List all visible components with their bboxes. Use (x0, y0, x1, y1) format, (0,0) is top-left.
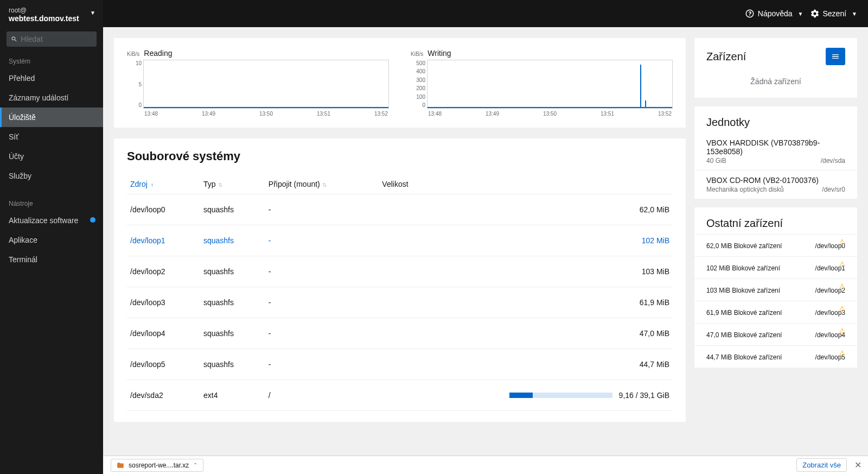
storage-menu-button[interactable] (826, 48, 845, 65)
help-menu[interactable]: Nápověda ▼ (745, 9, 803, 18)
warning-icon: ⚠ (839, 282, 845, 290)
content-scroll[interactable]: KiB/s Reading 1050 13:4813:4913:5013:511… (103, 27, 868, 456)
drives-card: Jednotky VBOX HARDDISK (VB703879b9-153e8… (694, 106, 857, 199)
col-type[interactable]: Typ⇅ (200, 174, 265, 194)
sort-icon: ⇅ (218, 182, 222, 188)
sidebar-item[interactable]: Síť (0, 127, 103, 147)
chart-title: Writing (427, 49, 451, 58)
sidebar-item[interactable]: Služby (0, 166, 103, 186)
sidebar-item[interactable]: Aktualizace software (0, 211, 103, 230)
host-selector[interactable]: root@ webtest.domov.test ▼ (0, 0, 103, 28)
warning-icon: ⚠ (839, 238, 845, 245)
host-user: root@ (9, 7, 94, 14)
warning-icon: ⚠ (839, 349, 845, 357)
charts-card: KiB/s Reading 1050 13:4813:4913:5013:511… (114, 38, 686, 128)
chart-reading: KiB/s Reading 1050 13:4813:4913:5013:511… (127, 49, 389, 117)
sidebar-item[interactable]: Terminál (0, 250, 103, 269)
sidebar-item[interactable]: Záznamy událostí (0, 88, 103, 108)
filesystems-card: Souborové systémy Zdroj↑ Typ⇅ Připojit (… (114, 138, 686, 422)
help-label: Nápověda (758, 9, 793, 18)
other-device-item[interactable]: ⚠61,9 MiB Blokové zařízení/dev/loop3 (694, 301, 857, 323)
download-bar: sosreport-we....tar.xz ⌃ Zobrazit vše ✕ (103, 456, 868, 474)
other-title: Ostatní zařízení (706, 217, 783, 230)
col-size[interactable]: Velikost (379, 174, 673, 194)
warning-icon: ⚠ (839, 305, 845, 312)
drives-title: Jednotky (706, 116, 750, 129)
download-filename: sosreport-we....tar.xz (129, 462, 189, 469)
other-device-item[interactable]: ⚠47,0 MiB Blokové zařízení/dev/loop4 (694, 323, 857, 345)
chart-unit: KiB/s (411, 51, 423, 57)
hamburger-icon (831, 52, 840, 61)
sidebar-item[interactable]: Přehled (0, 68, 103, 88)
other-device-item[interactable]: ⚠102 MiB Blokové zařízení/dev/loop1 (694, 256, 857, 279)
sidebar-group-system: Systém (0, 52, 103, 68)
close-icon[interactable]: ✕ (854, 460, 861, 470)
devices-empty: Žádná zařízení (694, 69, 857, 98)
sidebar-item[interactable]: Aplikace (0, 230, 103, 250)
topbar: Nápověda ▼ Sezení ▼ (103, 0, 868, 27)
host-name: webtest.domov.test (9, 14, 94, 23)
chart-title: Reading (144, 49, 172, 58)
sidebar-group-tools: Nástroje (0, 194, 103, 211)
other-device-item[interactable]: ⚠103 MiB Blokové zařízení/dev/loop2 (694, 279, 857, 301)
other-device-item[interactable]: ⚠62,0 MiB Blokové zařízení/dev/loop0 (694, 234, 857, 256)
download-item[interactable]: sosreport-we....tar.xz ⌃ (111, 459, 203, 472)
chevron-down-icon: ▼ (852, 11, 857, 17)
drive-item[interactable]: VBOX HARDDISK (VB703879b9-153e8058)40 Gi… (694, 133, 857, 170)
filesystems-table: Zdroj↑ Typ⇅ Připojit (mount)⇅ Velikost /… (127, 174, 673, 411)
session-label: Sezení (823, 9, 847, 18)
chart-xticks: 13:4813:4913:5013:5113:52 (427, 111, 673, 117)
sort-icon: ⇅ (322, 182, 327, 188)
filesystems-title: Souborové systémy (127, 149, 673, 163)
other-device-item[interactable]: ⚠44,7 MiB Blokové zařízení/dev/loop5 (694, 345, 857, 368)
search-input-wrap[interactable] (7, 31, 97, 47)
col-source[interactable]: Zdroj↑ (127, 174, 200, 194)
other-devices-card: Ostatní zařízení ⚠62,0 MiB Blokové zaříz… (694, 207, 857, 368)
chart-xticks: 13:4813:4913:5013:5113:52 (143, 111, 389, 117)
table-row[interactable]: /dev/loop3squashfs-61,9 MiB (127, 287, 673, 318)
search-input[interactable] (21, 35, 92, 43)
archive-icon (117, 462, 124, 469)
chevron-down-icon: ▼ (90, 10, 95, 16)
sidebar-item[interactable]: Účty (0, 147, 103, 166)
devices-title: Zařízení (706, 50, 746, 63)
devices-card: Zařízení Žádná zařízení (694, 38, 857, 98)
col-mount[interactable]: Připojit (mount)⇅ (265, 174, 379, 194)
search-icon (11, 35, 17, 43)
chevron-down-icon: ▼ (798, 11, 803, 17)
show-all-downloads[interactable]: Zobrazit vše (796, 458, 847, 472)
table-row[interactable]: /dev/loop0squashfs-62,0 MiB (127, 194, 673, 225)
update-badge-icon (90, 217, 95, 223)
warning-icon: ⚠ (839, 327, 845, 334)
table-row[interactable]: /dev/loop5squashfs-44,7 MiB (127, 349, 673, 380)
chart-yticks: 5004003002001000 (411, 60, 425, 108)
table-row[interactable]: /dev/loop1squashfs-102 MiB (127, 225, 673, 256)
help-icon (745, 9, 755, 18)
session-menu[interactable]: Sezení ▼ (810, 9, 858, 18)
sort-asc-icon: ↑ (151, 182, 154, 188)
table-row[interactable]: /dev/loop2squashfs-103 MiB (127, 256, 673, 287)
chart-writing: KiB/s Writing 5004003002001000 13:4813:4… (411, 49, 673, 117)
chart-yticks: 1050 (127, 60, 142, 108)
sidebar-item[interactable]: Úložiště (0, 108, 103, 127)
chart-unit: KiB/s (127, 51, 139, 57)
warning-icon: ⚠ (839, 260, 845, 268)
sidebar: root@ webtest.domov.test ▼ Systém Přehle… (0, 0, 103, 474)
table-row[interactable]: /dev/loop4squashfs-47,0 MiB (127, 318, 673, 349)
gear-icon (810, 9, 820, 18)
table-row[interactable]: /dev/sda2ext4/9,16 / 39,1 GiB (127, 380, 673, 411)
chevron-up-icon: ⌃ (193, 462, 197, 468)
drive-item[interactable]: VBOX CD-ROM (VB2-01700376)Mechanika opti… (694, 170, 857, 199)
